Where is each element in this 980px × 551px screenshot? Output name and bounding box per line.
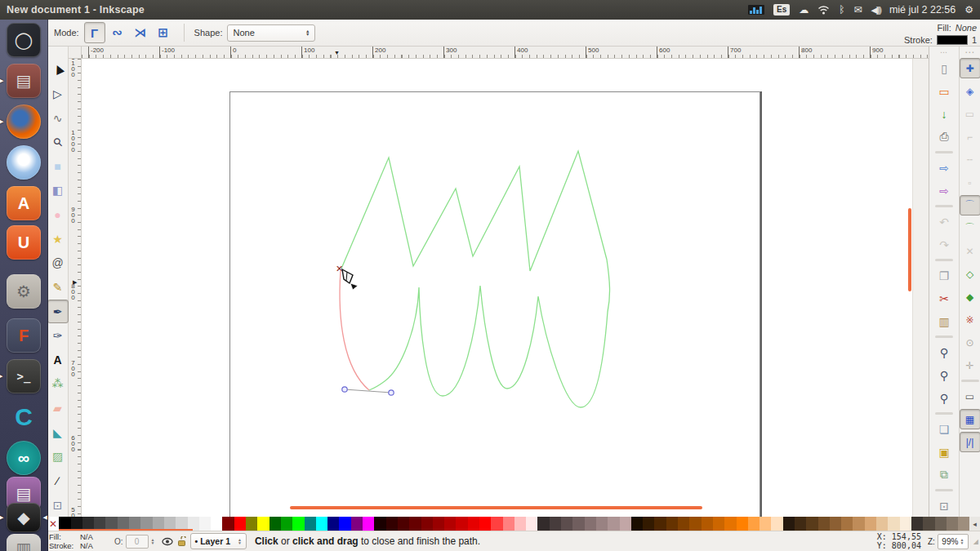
separator[interactable] — [935, 151, 953, 153]
transform-dialog-button[interactable]: ⊡ — [933, 495, 955, 516]
palette-swatch[interactable] — [876, 517, 888, 531]
keyboard-layout-indicator[interactable]: Es — [773, 4, 790, 16]
zoom-selection-button[interactable]: ⚲ — [933, 342, 955, 362]
snap-midpoints-button[interactable]: ※ — [960, 309, 980, 330]
palette-swatch[interactable] — [456, 517, 467, 531]
pen-tool[interactable]: ✒ — [47, 300, 69, 323]
separator[interactable] — [935, 335, 953, 338]
system-monitor-icon[interactable] — [748, 5, 764, 15]
palette-swatch[interactable] — [479, 517, 491, 531]
palette-swatch[interactable] — [666, 517, 678, 531]
palette-swatch[interactable] — [409, 517, 421, 531]
palette-swatch[interactable] — [724, 517, 736, 531]
tweak-tool[interactable]: ∿ — [47, 106, 69, 130]
chromium[interactable] — [7, 145, 41, 180]
ubuntu-one[interactable]: U — [7, 225, 41, 260]
palette-swatch[interactable] — [444, 517, 456, 531]
palette-swatch[interactable] — [853, 517, 864, 531]
window-resize-grip[interactable]: ◢ — [973, 538, 980, 545]
copy-button[interactable]: ❐ — [933, 265, 955, 286]
palette-swatch[interactable] — [572, 517, 584, 531]
box3d-tool[interactable]: ◧ — [47, 179, 69, 202]
separator[interactable] — [935, 205, 953, 207]
opacity-stepper[interactable]: ▲▼ — [151, 538, 155, 544]
palette-swatch[interactable] — [806, 517, 817, 531]
palette-swatch[interactable] — [270, 517, 281, 531]
palette-swatch[interactable] — [678, 517, 689, 531]
palette-swatch[interactable] — [351, 517, 363, 531]
snap-bbox-corners-button[interactable]: ⌐ — [960, 127, 980, 147]
palette-swatch[interactable] — [363, 517, 374, 531]
sound-icon[interactable]: ◀))) — [871, 5, 880, 15]
separator[interactable] — [961, 380, 979, 382]
canvas-viewport[interactable]: ✕ — [82, 59, 912, 517]
fill-stroke-status[interactable]: Fill: N/A Stroke: N/A — [47, 532, 113, 550]
trash[interactable]: ▥ — [7, 534, 41, 551]
palette-swatch[interactable] — [47, 517, 59, 531]
palette-swatch[interactable] — [900, 517, 911, 531]
pencil-tool[interactable]: ✎ — [47, 276, 69, 300]
eraser-tool[interactable]: ▰ — [47, 397, 69, 420]
palette-swatch[interactable] — [596, 517, 608, 531]
vertical-scrollbar[interactable] — [908, 208, 911, 291]
palette-swatch[interactable] — [771, 517, 782, 531]
palette-swatch[interactable] — [550, 517, 561, 531]
cut-button[interactable]: ✂ — [933, 288, 955, 309]
palette-swatch[interactable] — [503, 517, 514, 531]
wifi-icon[interactable] — [817, 5, 830, 15]
palette-swatch[interactable] — [327, 517, 339, 531]
palette-swatch[interactable] — [620, 517, 631, 531]
zoom-input[interactable]: 99% ▲▼ — [938, 534, 969, 549]
session-gear-icon[interactable]: ⚙ — [964, 5, 973, 15]
horizontal-scrollbar[interactable] — [290, 506, 702, 509]
palette-swatch[interactable] — [737, 517, 748, 531]
palette-swatch[interactable] — [468, 517, 479, 531]
palette-swatch[interactable] — [713, 517, 724, 531]
separator[interactable] — [935, 489, 953, 491]
duplicate-button[interactable]: ❏ — [933, 419, 955, 439]
clock[interactable]: mié jul 2 22:56 — [889, 4, 956, 16]
gradient-tool[interactable]: ▨ — [47, 445, 69, 469]
ellipse-tool[interactable]: ● — [47, 203, 69, 227]
snap-object-centers-button[interactable]: ⊙ — [960, 332, 980, 353]
palette-swatch[interactable] — [433, 517, 444, 531]
snap-rotation-center-button[interactable]: ✛ — [960, 355, 980, 375]
palette-swatch[interactable] — [795, 517, 806, 531]
snap-nodes-button[interactable]: ⌒ — [960, 195, 980, 216]
print-button[interactable]: ⎙ — [933, 127, 955, 147]
arduino[interactable]: ∞ — [7, 441, 41, 475]
palette-scroll-arrow[interactable]: ◂ — [969, 517, 980, 531]
palette-swatch[interactable] — [911, 517, 923, 531]
layer-select[interactable]: • Layer 1 ▲▼ — [190, 533, 247, 549]
snap-grid-button[interactable]: ▦ — [960, 409, 980, 429]
palette-swatch[interactable] — [526, 517, 537, 531]
palette-swatch[interactable] — [947, 517, 958, 531]
node-tool[interactable]: ▷ — [47, 82, 69, 106]
stroke-width-value[interactable]: 1 — [972, 35, 977, 45]
mode-paraxial-segments-button[interactable]: ⊞ — [153, 22, 174, 43]
bluetooth-icon[interactable]: ᛒ — [839, 5, 844, 15]
palette-swatch[interactable] — [386, 517, 398, 531]
palette-swatch[interactable] — [491, 517, 502, 531]
separator[interactable] — [935, 259, 953, 261]
palette-swatch[interactable] — [421, 517, 433, 531]
palette-swatch[interactable] — [631, 517, 643, 531]
snap-smooth-nodes-button[interactable]: ◆ — [960, 287, 980, 307]
palette-swatch[interactable] — [234, 517, 246, 531]
palette-swatch[interactable] — [199, 517, 211, 531]
palette-swatch[interactable] — [246, 517, 257, 531]
snap-path-intersections-button[interactable]: ✕ — [960, 241, 980, 261]
snap-bbox-centers-button[interactable]: ▫ — [960, 172, 980, 193]
snap-bbox-edge-midpoints-button[interactable]: ╌ — [960, 149, 980, 170]
snap-enable-button[interactable]: ✚ — [960, 58, 980, 78]
undo-button[interactable]: ↶ — [933, 211, 955, 232]
palette-swatch[interactable] — [865, 517, 876, 531]
freecad[interactable]: F — [7, 318, 41, 353]
palette-swatch[interactable] — [935, 517, 947, 531]
palette-swatch[interactable] — [689, 517, 701, 531]
palette-swatch[interactable] — [585, 517, 596, 531]
palette-swatch[interactable] — [888, 517, 899, 531]
spiral-tool[interactable]: @ — [47, 251, 69, 275]
layer-visibility-eye-icon[interactable] — [162, 537, 173, 546]
clone-button[interactable]: ▣ — [933, 442, 955, 462]
